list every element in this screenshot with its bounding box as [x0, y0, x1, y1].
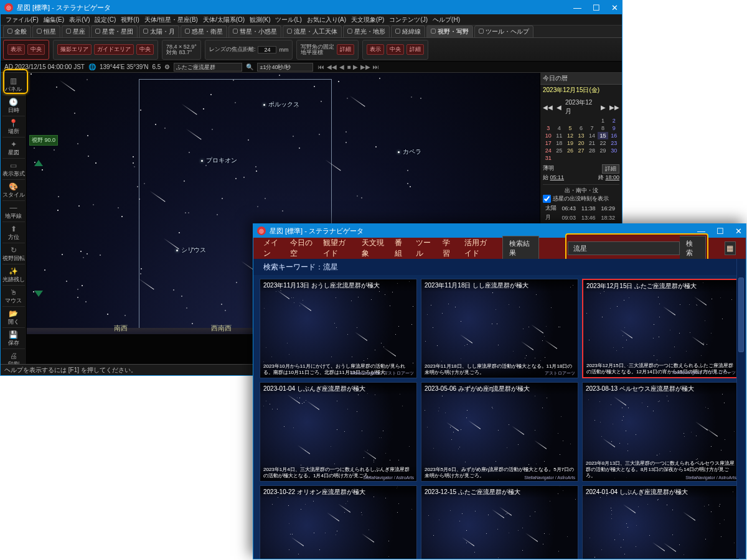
- sidetool-表示形式[interactable]: ▭表示形式: [2, 160, 25, 180]
- cal-day[interactable]: 21: [586, 139, 598, 147]
- cal-day[interactable]: 20: [576, 139, 587, 147]
- minimize-button[interactable]: —: [573, 3, 581, 12]
- result-card[interactable]: 2023年11月18日 しし座流星群が極大2023年11月18日、しし座流星群の…: [421, 279, 578, 378]
- sidetool-パネル[interactable]: ▥パネル: [2, 75, 25, 95]
- result-card[interactable]: 2023-05-06 みずがめ座η流星群が極大2023年5月6日、みずがめ座η流…: [421, 382, 578, 482]
- zoom-in-button[interactable]: [34, 160, 43, 166]
- cal-day[interactable]: 13: [576, 132, 587, 139]
- ribbon-tab[interactable]: 流星・人工天体: [283, 26, 342, 37]
- result-card[interactable]: 2023-01-04 しぶんぎ座流星群が極大2023年1月4日、三大流星群の一つ…: [260, 382, 417, 482]
- content-menu-item[interactable]: 番組: [395, 238, 406, 259]
- shoot-area-button[interactable]: 撮影エリア: [57, 44, 92, 55]
- cal-day[interactable]: 15: [598, 132, 609, 139]
- sidetool-場所[interactable]: 📍場所: [2, 118, 25, 138]
- step-dropdown[interactable]: ±1分40秒/秒: [257, 63, 313, 72]
- ribbon-tabs[interactable]: 全般恒星星座星雲・星団太陽・月惑星・衛星彗星・小惑星流星・人工天体星光・地形経緯…: [1, 26, 622, 38]
- ribbon-tab[interactable]: 経緯線: [391, 26, 425, 37]
- target-dropdown[interactable]: ふたご座流星群: [174, 63, 242, 72]
- side-toolbar[interactable]: ▥パネル🕒日時📍場所✦星図▭表示形式🎨スタイル—地平線⬆方位↻視野回転✨光跡残し…: [1, 73, 27, 364]
- cal-day[interactable]: 2: [608, 117, 619, 124]
- transport[interactable]: ⏮◀◀◀■▶▶▶⏭: [317, 63, 380, 70]
- cal-day[interactable]: 5: [565, 124, 576, 132]
- search-results-button[interactable]: 検索結果: [502, 236, 538, 261]
- menu-item[interactable]: 天体/恒星・星座(B): [143, 16, 199, 24]
- cal-next-month[interactable]: ▶: [601, 104, 606, 111]
- menu-item[interactable]: 観測(K): [248, 16, 271, 24]
- cal-prev-month[interactable]: ◀: [557, 104, 561, 111]
- fix-dropdown[interactable]: 地平座標: [301, 50, 334, 55]
- cal-day[interactable]: 4: [554, 124, 565, 132]
- results-grid[interactable]: 2023年11月13日 おうし座北流星群が極大2023年10月から11月にかけて…: [253, 275, 746, 559]
- scrollbar-thumb[interactable]: [738, 278, 744, 352]
- close-button[interactable]: ✕: [611, 3, 618, 12]
- menu-item[interactable]: ツール(L): [274, 16, 303, 24]
- menu-item[interactable]: 視野(I): [120, 16, 140, 24]
- cal-day[interactable]: 23: [608, 139, 619, 147]
- content-menu-item[interactable]: メイン: [263, 238, 280, 259]
- menu-item[interactable]: お気に入り(A): [306, 16, 347, 24]
- cal-day[interactable]: 17: [543, 139, 554, 147]
- calendar-icon[interactable]: ▦: [725, 241, 736, 255]
- cal-prev-year[interactable]: ◀◀: [543, 104, 553, 111]
- cal-day[interactable]: [576, 117, 587, 124]
- location-text[interactable]: 139°44'E 35°39'N: [100, 63, 149, 70]
- content-menu-item[interactable]: 学習: [443, 238, 454, 259]
- sidetool-保存[interactable]: 💾保存: [2, 329, 25, 349]
- cal-day[interactable]: [576, 154, 587, 162]
- content-menu-item[interactable]: 今日の空: [290, 238, 313, 259]
- mosaic-detail-button[interactable]: 詳細: [406, 44, 424, 55]
- sidetool-星図[interactable]: ✦星図: [2, 139, 25, 159]
- content-menubar[interactable]: メイン今日の空観望ガイド天文現象番組ツール学習活用ガイド 検索結果 検索 ▦: [253, 238, 746, 259]
- mosaic-show-button[interactable]: 表示: [367, 44, 384, 55]
- sidetool-方位[interactable]: ⬆方位: [2, 223, 25, 243]
- ribbon-tab[interactable]: 彗星・小惑星: [228, 26, 281, 37]
- cal-day[interactable]: 11: [554, 132, 565, 139]
- calendar[interactable]: ◀◀ ◀ 2023年12月 ▶ ▶▶ 123456789101112131415…: [540, 96, 622, 163]
- cal-day[interactable]: 28: [586, 147, 598, 154]
- cal-day[interactable]: [554, 117, 565, 124]
- ribbon-tab[interactable]: 星雲・星団: [91, 26, 138, 37]
- cal-day[interactable]: 12: [565, 132, 576, 139]
- cal-day[interactable]: [543, 117, 554, 124]
- fov-detail-button[interactable]: 詳細: [337, 44, 354, 55]
- ribbon-tab[interactable]: 星座: [62, 26, 90, 37]
- sidetool-印刷[interactable]: 🖨印刷: [2, 350, 25, 364]
- menu-item[interactable]: コンテンツ(J): [388, 16, 429, 24]
- cal-day[interactable]: 10: [543, 132, 554, 139]
- cal-next-year[interactable]: ▶▶: [609, 104, 619, 111]
- titlebar[interactable]: ◎ 星図 [標準] - ステラナビゲータ — ☐ ✕: [1, 1, 622, 14]
- content-menu-item[interactable]: ツール: [416, 238, 433, 259]
- cal-day[interactable]: 27: [576, 147, 587, 154]
- cal-day[interactable]: 19: [565, 139, 576, 147]
- ribbon-tab[interactable]: 恒星: [32, 26, 60, 37]
- sidetool-マウス[interactable]: 🖱マウス: [2, 287, 25, 307]
- result-card[interactable]: 2023-12-15 ふたご座流星群が極大: [421, 485, 578, 559]
- cal-day[interactable]: [565, 117, 576, 124]
- cal-day[interactable]: 16: [608, 132, 619, 139]
- cal-day[interactable]: 24: [543, 147, 554, 154]
- focal-input[interactable]: [258, 46, 276, 54]
- planets-checkbox[interactable]: [543, 195, 551, 203]
- ribbon-tab[interactable]: ツール・ヘルプ: [474, 26, 533, 37]
- close-button[interactable]: ✕: [735, 226, 742, 236]
- result-card[interactable]: 2023-08-13 ペルセウス座流星群が極大2023年8月13日、三大流星群の…: [582, 382, 740, 482]
- cal-day[interactable]: 1: [598, 117, 609, 124]
- ribbon-tab[interactable]: 太陽・月: [139, 26, 179, 37]
- ribbon-tab[interactable]: 視野・写野: [426, 26, 473, 37]
- cal-day[interactable]: 7: [586, 124, 598, 132]
- result-card[interactable]: 2024-01-04 しぶんぎ座流星群が極大: [582, 485, 740, 559]
- ribbon-tab[interactable]: 惑星・衛星: [181, 26, 227, 37]
- cal-day[interactable]: 31: [543, 154, 554, 162]
- sidetool-日時[interactable]: 🕒日時: [2, 96, 25, 116]
- menu-item[interactable]: 天文現象(P): [350, 16, 385, 24]
- cal-day[interactable]: 30: [608, 147, 619, 154]
- guide-area-button[interactable]: ガイドエリア: [94, 44, 134, 55]
- cal-day[interactable]: [554, 154, 565, 162]
- sidetool-光跡残し[interactable]: ✨光跡残し: [2, 266, 25, 286]
- sidetool-地平線[interactable]: —地平線: [2, 202, 25, 222]
- sidetool-視野回転[interactable]: ↻視野回転: [2, 245, 25, 264]
- maximize-button[interactable]: ☐: [716, 226, 724, 236]
- menu-item[interactable]: ヘルプ(H): [431, 16, 461, 24]
- search-input[interactable]: [568, 241, 680, 255]
- fov-center-button[interactable]: 中央: [27, 44, 45, 55]
